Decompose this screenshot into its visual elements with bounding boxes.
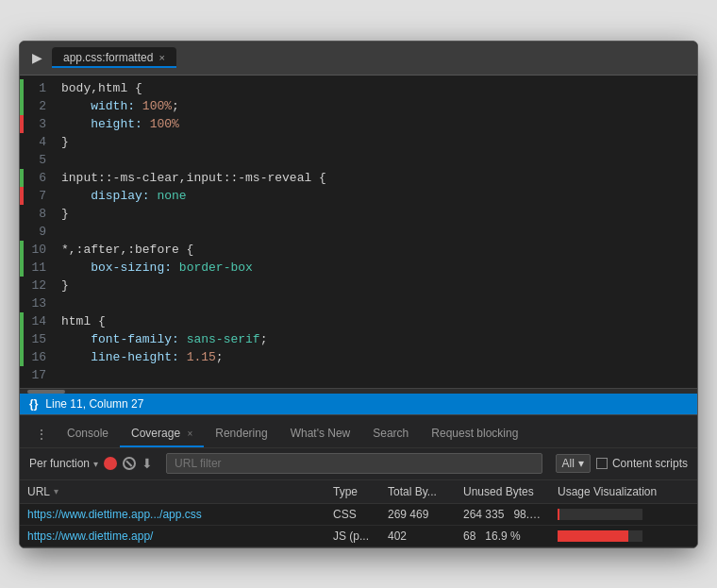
cell-unused: 264 335 98.1 % <box>456 504 550 525</box>
coverage-tab-close[interactable]: × <box>187 428 192 439</box>
table-body: https://www.diettime.app.../app.css CSS … <box>20 504 697 547</box>
scrollbar-thumb <box>27 390 65 394</box>
line-content: line-height: 1.15; <box>58 348 697 366</box>
line-number: 3 <box>24 115 58 133</box>
col-unused-label: Unused Bytes <box>463 485 534 498</box>
coverage-toolbar: Per function ▾ ⬇ All ▾ Content scripts <box>20 447 697 479</box>
editor-line: 12} <box>20 277 697 294</box>
line-number: 11 <box>24 259 58 277</box>
viz-bar <box>558 530 642 542</box>
line-number: 7 <box>24 187 58 205</box>
record-button[interactable] <box>104 457 117 470</box>
per-function-label: Per function <box>29 457 90 470</box>
line-number: 12 <box>24 277 58 294</box>
editor-line: 14html { <box>20 312 697 330</box>
cell-viz <box>550 505 697 524</box>
title-bar: ▶ app.css:formatted × <box>20 42 697 76</box>
line-number: 9 <box>24 223 58 241</box>
line-content: body,html { <box>58 79 697 97</box>
status-bar: {} Line 11, Column 27 <box>20 394 697 414</box>
line-number: 2 <box>24 97 58 115</box>
drawer-menu-button[interactable]: ⋮ <box>27 421 56 447</box>
table-row[interactable]: https://www.diettime.app.../app.css CSS … <box>20 504 697 526</box>
line-content: *,:after,:before { <box>58 241 697 259</box>
line-content: html { <box>58 312 697 330</box>
tab-search[interactable]: Search <box>361 421 420 447</box>
content-scripts-toggle[interactable]: Content scripts <box>596 457 688 470</box>
editor-line: 16 line-height: 1.15; <box>20 348 697 366</box>
editor-line: 1body,html { <box>20 79 697 97</box>
editor-line: 15 font-family: sans-serif; <box>20 330 697 348</box>
editor-line: 2 width: 100%; <box>20 97 697 115</box>
line-number: 13 <box>24 294 58 312</box>
tab-whats-new[interactable]: What's New <box>279 421 362 447</box>
tab-coverage[interactable]: Coverage × <box>120 421 204 447</box>
tab-label: app.css:formatted <box>63 51 153 64</box>
editor-scrollbar[interactable] <box>20 388 697 394</box>
clear-button[interactable] <box>123 457 136 470</box>
line-number: 4 <box>24 133 58 151</box>
editor-line: 3 height: 100% <box>20 115 697 133</box>
line-number: 14 <box>24 312 58 330</box>
line-content: height: 100% <box>58 115 697 133</box>
line-number: 5 <box>24 151 58 169</box>
content-scripts-checkbox[interactable] <box>596 458 608 469</box>
per-function-selector[interactable]: Per function ▾ <box>29 457 98 470</box>
col-url[interactable]: URL ▾ <box>20 480 325 503</box>
line-number: 1 <box>24 79 58 97</box>
line-number: 10 <box>24 241 58 259</box>
line-content: } <box>58 277 697 294</box>
code-editor: 1body,html {2 width: 100%;3 height: 100%… <box>20 76 697 388</box>
cell-viz <box>550 527 697 546</box>
line-content: } <box>58 133 697 151</box>
cell-url: https://www.diettime.app.../app.css <box>20 504 325 525</box>
line-number: 15 <box>24 330 58 348</box>
line-content: display: none <box>58 187 697 205</box>
col-type-label: Type <box>333 485 358 498</box>
drawer-tabs-bar: ⋮ Console Coverage × Rendering What's Ne… <box>20 414 697 447</box>
line-number: 17 <box>24 366 58 384</box>
table-header: URL ▾ Type Total By... Unused Bytes Usag… <box>20 479 697 504</box>
editor-line: 10*,:after,:before { <box>20 241 697 259</box>
line-number: 8 <box>24 205 58 223</box>
col-unused[interactable]: Unused Bytes <box>456 480 550 503</box>
url-filter-input[interactable] <box>166 453 542 474</box>
tab-console[interactable]: Console <box>56 421 120 447</box>
cell-unused: 68 16.9 % <box>456 526 550 546</box>
download-button[interactable]: ⬇ <box>142 456 153 471</box>
editor-line: 6input::-ms-clear,input::-ms-reveal { <box>20 169 697 187</box>
cell-type: JS (p... <box>325 526 380 546</box>
editor-tab[interactable]: app.css:formatted × <box>52 47 176 68</box>
table-row[interactable]: https://www.diettime.app/ JS (p... 402 6… <box>20 526 697 547</box>
col-type[interactable]: Type <box>325 480 380 503</box>
cell-total: 402 <box>380 526 456 546</box>
line-content: width: 100%; <box>58 97 697 115</box>
editor-line: 8} <box>20 205 697 223</box>
col-viz[interactable]: Usage Visualization <box>550 480 697 503</box>
editor-line: 17 <box>20 366 697 384</box>
status-text: Line 11, Column 27 <box>45 397 143 411</box>
line-number: 6 <box>24 169 58 187</box>
panel-icon: ▶ <box>27 48 46 67</box>
cell-total: 269 469 <box>380 504 456 525</box>
editor-line: 4} <box>20 133 697 151</box>
tab-request-blocking[interactable]: Request blocking <box>420 421 529 447</box>
line-content: font-family: sans-serif; <box>58 330 697 348</box>
all-label: All <box>562 457 575 470</box>
cell-type: CSS <box>325 504 380 525</box>
editor-line: 5 <box>20 151 697 169</box>
editor-line: 9 <box>20 223 697 241</box>
all-select-dropdown[interactable]: All ▾ <box>556 454 591 473</box>
col-viz-label: Usage Visualization <box>558 485 657 498</box>
line-content: input::-ms-clear,input::-ms-reveal { <box>58 169 697 187</box>
line-content: box-sizing: border-box <box>58 259 697 277</box>
tab-rendering[interactable]: Rendering <box>204 421 278 447</box>
devtools-window: ▶ app.css:formatted × 1body,html {2 widt… <box>19 41 698 548</box>
coverage-table: URL ▾ Type Total By... Unused Bytes Usag… <box>20 479 697 547</box>
line-number: 16 <box>24 348 58 366</box>
tab-close-button[interactable]: × <box>158 52 164 63</box>
col-total-label: Total By... <box>388 485 437 498</box>
editor-line: 11 box-sizing: border-box <box>20 259 697 277</box>
editor-line: 13 <box>20 294 697 312</box>
col-total[interactable]: Total By... <box>380 480 456 503</box>
